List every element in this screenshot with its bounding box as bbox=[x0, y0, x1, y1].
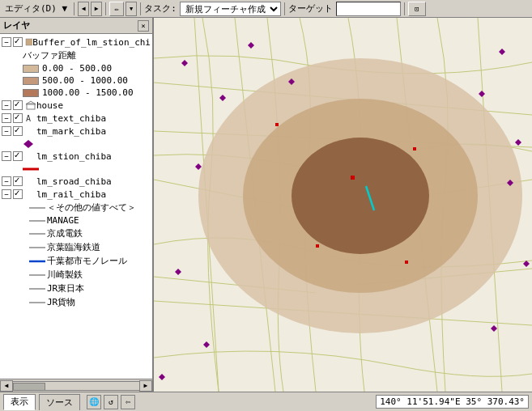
rail-line-3 bbox=[29, 244, 45, 252]
expand-lm-sroad[interactable]: − bbox=[2, 176, 11, 186]
red-line-icon bbox=[23, 165, 39, 173]
lm-sroad-icon bbox=[25, 176, 36, 186]
expand-tm-mark[interactable]: − bbox=[2, 126, 11, 136]
tm-text-label: tm_text_chiba bbox=[36, 113, 106, 124]
tm-mark-icon bbox=[25, 126, 36, 136]
layer-item-house[interactable]: − house bbox=[0, 99, 152, 112]
scroll-right[interactable]: ▶ bbox=[139, 380, 152, 392]
expand-lm-rail[interactable]: − bbox=[2, 189, 11, 199]
expand-house[interactable]: − bbox=[2, 100, 11, 110]
map-svg bbox=[154, 18, 532, 392]
buffer-icon bbox=[25, 37, 32, 47]
legend-swatch-1 bbox=[23, 77, 39, 85]
lm-rail-icon bbox=[25, 189, 36, 199]
panel-close-button[interactable]: × bbox=[138, 20, 149, 32]
forward-button[interactable]: ▶ bbox=[91, 2, 102, 16]
target-input[interactable] bbox=[336, 2, 401, 16]
checkbox-house[interactable] bbox=[13, 100, 23, 110]
checkbox-lm-stion[interactable] bbox=[13, 151, 23, 161]
layer-item-lm-stion[interactable]: − lm_stion_chiba bbox=[0, 150, 152, 163]
refresh-icon[interactable]: ↺ bbox=[104, 395, 118, 409]
checkbox-buffer[interactable] bbox=[13, 37, 23, 47]
svg-rect-44 bbox=[351, 176, 355, 180]
panel-scrollbar-h[interactable]: ◀ ▶ bbox=[0, 379, 152, 392]
panel-header: レイヤ × bbox=[0, 18, 152, 34]
lm-stion-legend bbox=[0, 163, 152, 175]
scroll-thumb-h[interactable] bbox=[13, 383, 45, 391]
svg-rect-47 bbox=[316, 244, 319, 248]
svg-text:A: A bbox=[26, 114, 31, 123]
rail-line-2 bbox=[29, 230, 45, 238]
tm-text-icon: A bbox=[25, 113, 36, 123]
svg-point-28 bbox=[292, 138, 429, 254]
rail-line-6 bbox=[29, 285, 45, 293]
house-label: house bbox=[36, 100, 63, 111]
editor-menu[interactable]: エディタ(D) ▼ bbox=[2, 1, 70, 17]
target-label: ターゲット bbox=[288, 2, 333, 15]
rail-line-0 bbox=[29, 204, 45, 212]
back-button[interactable]: ◀ bbox=[78, 2, 89, 16]
draw-dropdown[interactable]: ▼ bbox=[126, 2, 137, 16]
task-select[interactable]: 新規フィーチャ作成フィーチャの修正 bbox=[180, 2, 281, 16]
scroll-left[interactable]: ◀ bbox=[0, 380, 13, 392]
tm-mark-label: tm_mark_chiba bbox=[36, 126, 106, 137]
buffer-sublabel: バッファ距離 bbox=[0, 49, 152, 62]
layer-panel: レイヤ × − Buffer_of_lm_stion_chi バッファ距離 0.… bbox=[0, 18, 154, 392]
rail-sub-5: 川崎製鉄 bbox=[0, 268, 152, 282]
legend-buffer-1: 500.00 - 1000.00 bbox=[0, 74, 152, 87]
expand-button[interactable]: ⊡ bbox=[408, 2, 426, 16]
rail-line-7 bbox=[29, 299, 45, 307]
rail-sub-6: JR東日本 bbox=[0, 282, 152, 295]
map-area[interactable] bbox=[154, 18, 532, 392]
rail-sub-7: JR貨物 bbox=[0, 295, 152, 309]
task-label: タスク: bbox=[144, 2, 177, 15]
rail-sub-4: 千葉都市モノレール bbox=[0, 254, 152, 268]
map-nav-icons: 🌐 ↺ ⇦ bbox=[87, 395, 135, 409]
globe-icon[interactable]: 🌐 bbox=[87, 395, 101, 409]
expand-buffer[interactable]: − bbox=[2, 37, 11, 47]
checkbox-lm-sroad[interactable] bbox=[13, 176, 23, 186]
toolbar-divider-3 bbox=[140, 2, 141, 15]
diamond-icon bbox=[23, 139, 34, 149]
rail-line-4 bbox=[29, 257, 45, 265]
editor-label[interactable]: エディタ(D) ▼ bbox=[5, 2, 67, 15]
layer-item-lm-sroad[interactable]: − lm_sroad_chiba bbox=[0, 175, 152, 188]
checkbox-tm-text[interactable] bbox=[13, 113, 23, 123]
legend-swatch-2 bbox=[23, 89, 39, 97]
rail-sub-3: 京葉臨海鉄道 bbox=[0, 240, 152, 254]
tm-mark-legend bbox=[0, 138, 152, 150]
layer-item-buffer[interactable]: − Buffer_of_lm_stion_chi bbox=[0, 36, 152, 49]
checkbox-lm-rail[interactable] bbox=[13, 189, 23, 199]
layer-item-lm-rail[interactable]: − lm_rail_chiba bbox=[0, 188, 152, 201]
expand-lm-stion[interactable]: − bbox=[2, 151, 11, 161]
svg-rect-45 bbox=[275, 123, 279, 126]
toolbar-divider-5 bbox=[404, 2, 405, 15]
lm-stion-icon bbox=[25, 151, 36, 161]
svg-marker-4 bbox=[23, 140, 33, 148]
layer-item-tm-mark[interactable]: − tm_mark_chiba bbox=[0, 125, 152, 138]
scroll-track-h[interactable] bbox=[13, 381, 139, 391]
svg-rect-0 bbox=[26, 39, 32, 45]
expand-tm-text[interactable]: − bbox=[2, 113, 11, 123]
coordinate-display: 140° 11'51.94"E 35° 370.43° bbox=[376, 395, 529, 409]
tab-source[interactable]: ソース bbox=[39, 394, 80, 410]
toolbar-divider-1 bbox=[74, 2, 74, 15]
rail-sub-1: MANAGE bbox=[0, 214, 152, 227]
buffer-label: Buffer_of_lm_stion_chi bbox=[32, 37, 151, 48]
toolbar-divider-4 bbox=[284, 2, 285, 15]
layer-item-tm-text[interactable]: − A tm_text_chiba bbox=[0, 112, 152, 125]
tab-view[interactable]: 表示 bbox=[3, 394, 36, 410]
layer-tree[interactable]: − Buffer_of_lm_stion_chi バッファ距離 0.00 - 5… bbox=[0, 34, 152, 379]
lm-stion-label: lm_stion_chiba bbox=[36, 151, 112, 162]
svg-rect-48 bbox=[405, 261, 408, 264]
checkbox-tm-mark[interactable] bbox=[13, 126, 23, 136]
draw-tool[interactable]: ✏ bbox=[109, 2, 124, 16]
house-icon bbox=[25, 100, 36, 110]
nav-arrow[interactable]: ⇦ bbox=[121, 395, 135, 409]
rail-sub-2: 京成電鉄 bbox=[0, 227, 152, 240]
svg-rect-46 bbox=[413, 147, 416, 150]
legend-buffer-0: 0.00 - 500.00 bbox=[0, 62, 152, 74]
rail-line-5 bbox=[29, 271, 45, 279]
rail-sub-0: ＜その他の値すべて＞ bbox=[0, 201, 152, 214]
panel-title: レイヤ bbox=[3, 19, 30, 32]
